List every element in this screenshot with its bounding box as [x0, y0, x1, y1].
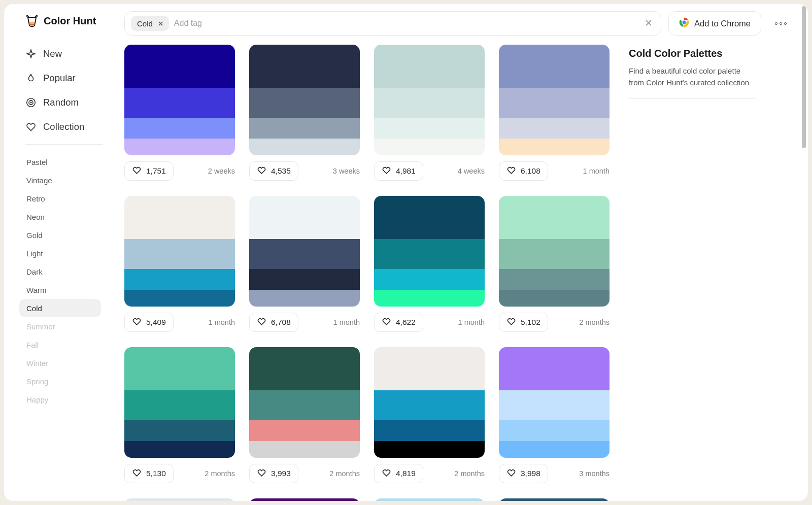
palette-swatches[interactable]: [124, 196, 235, 307]
swatch[interactable]: [499, 196, 610, 239]
swatch[interactable]: [249, 45, 360, 88]
search-bar[interactable]: Cold: [124, 11, 661, 36]
palette-swatches[interactable]: [499, 196, 610, 307]
swatch[interactable]: [374, 45, 485, 88]
swatch[interactable]: [374, 347, 485, 390]
swatch[interactable]: [499, 269, 610, 290]
like-button[interactable]: 4,535: [249, 161, 298, 181]
more-menu-button[interactable]: [768, 11, 793, 36]
swatch[interactable]: [374, 239, 485, 269]
like-button[interactable]: 3,993: [249, 464, 298, 483]
swatch[interactable]: [374, 441, 485, 458]
swatch[interactable]: [124, 139, 235, 155]
swatch[interactable]: [374, 420, 485, 441]
swatch[interactable]: [124, 118, 235, 139]
swatch[interactable]: [249, 390, 360, 420]
swatch[interactable]: [499, 88, 610, 118]
swatch[interactable]: [499, 441, 610, 458]
like-button[interactable]: 4,981: [374, 161, 423, 181]
swatch[interactable]: [499, 139, 610, 155]
swatch[interactable]: [124, 239, 235, 269]
swatch[interactable]: [124, 347, 235, 390]
palette-swatches[interactable]: [374, 498, 485, 501]
palette-swatches[interactable]: [249, 45, 360, 155]
tag-item-summer[interactable]: Summer: [19, 317, 101, 335]
brand-logo[interactable]: Color Hunt: [4, 14, 113, 42]
like-button[interactable]: 6,108: [499, 161, 548, 181]
tag-item-cold[interactable]: Cold: [19, 299, 101, 317]
like-button[interactable]: 4,819: [374, 464, 423, 483]
swatch[interactable]: [374, 88, 485, 118]
chip-remove-icon[interactable]: [157, 19, 165, 27]
tag-item-neon[interactable]: Neon: [19, 208, 101, 226]
nav-new[interactable]: New: [25, 42, 113, 66]
scrollbar[interactable]: [802, 6, 806, 499]
swatch[interactable]: [374, 269, 485, 290]
clear-search-icon[interactable]: [645, 19, 654, 28]
swatch[interactable]: [249, 347, 360, 390]
swatch[interactable]: [499, 45, 610, 88]
tag-item-warm[interactable]: Warm: [19, 281, 101, 299]
palette-swatches[interactable]: [499, 347, 610, 458]
like-button[interactable]: 6,708: [249, 313, 298, 332]
swatch[interactable]: [124, 196, 235, 239]
swatch[interactable]: [499, 390, 610, 420]
tag-item-winter[interactable]: Winter: [19, 354, 101, 372]
palette-swatches[interactable]: [124, 498, 235, 501]
swatch[interactable]: [374, 390, 485, 420]
swatch[interactable]: [374, 118, 485, 139]
palette-swatches[interactable]: [249, 498, 360, 501]
swatch[interactable]: [249, 88, 360, 118]
swatch[interactable]: [124, 420, 235, 441]
swatch[interactable]: [124, 269, 235, 290]
tag-item-retro[interactable]: Retro: [19, 189, 101, 208]
swatch[interactable]: [124, 290, 235, 307]
swatch[interactable]: [249, 269, 360, 290]
swatch[interactable]: [249, 139, 360, 155]
tag-item-gold[interactable]: Gold: [19, 226, 101, 244]
tag-item-fall[interactable]: Fall: [19, 335, 101, 354]
swatch[interactable]: [249, 196, 360, 239]
tag-item-dark[interactable]: Dark: [19, 262, 101, 281]
tag-item-spring[interactable]: Spring: [19, 372, 101, 390]
like-button[interactable]: 5,409: [124, 313, 174, 332]
swatch[interactable]: [374, 290, 485, 307]
swatch[interactable]: [124, 390, 235, 420]
swatch[interactable]: [249, 420, 360, 441]
like-button[interactable]: 3,998: [499, 464, 548, 483]
tag-item-light[interactable]: Light: [19, 244, 101, 262]
swatch[interactable]: [499, 420, 610, 441]
swatch[interactable]: [124, 45, 235, 88]
tag-item-pastel[interactable]: Pastel: [19, 153, 101, 171]
palette-swatches[interactable]: [124, 45, 235, 155]
palette-swatches[interactable]: [499, 45, 610, 155]
scrollbar-thumb[interactable]: [802, 6, 806, 148]
nav-popular[interactable]: Popular: [25, 66, 113, 90]
swatch[interactable]: [499, 118, 610, 139]
palette-swatches[interactable]: [374, 45, 485, 155]
palette-swatches[interactable]: [124, 347, 235, 458]
like-button[interactable]: 5,102: [499, 313, 548, 332]
like-button[interactable]: 4,622: [374, 313, 423, 332]
nav-random[interactable]: Random: [25, 90, 113, 115]
swatch[interactable]: [249, 441, 360, 458]
palette-swatches[interactable]: [249, 196, 360, 307]
swatch[interactable]: [124, 88, 235, 118]
nav-collection[interactable]: Collection: [25, 115, 113, 139]
tag-item-happy[interactable]: Happy: [19, 390, 101, 409]
swatch[interactable]: [249, 118, 360, 139]
like-button[interactable]: 1,751: [124, 161, 174, 181]
palette-swatches[interactable]: [249, 347, 360, 458]
palette-swatches[interactable]: [374, 347, 485, 458]
swatch[interactable]: [124, 441, 235, 458]
swatch[interactable]: [499, 290, 610, 307]
swatch[interactable]: [249, 290, 360, 307]
swatch[interactable]: [499, 347, 610, 390]
add-to-chrome-button[interactable]: Add to Chrome: [668, 11, 761, 36]
palette-swatches[interactable]: [499, 498, 610, 501]
swatch[interactable]: [374, 139, 485, 155]
swatch[interactable]: [374, 196, 485, 239]
search-input[interactable]: [174, 19, 655, 28]
like-button[interactable]: 5,130: [124, 464, 174, 483]
palette-swatches[interactable]: [374, 196, 485, 307]
